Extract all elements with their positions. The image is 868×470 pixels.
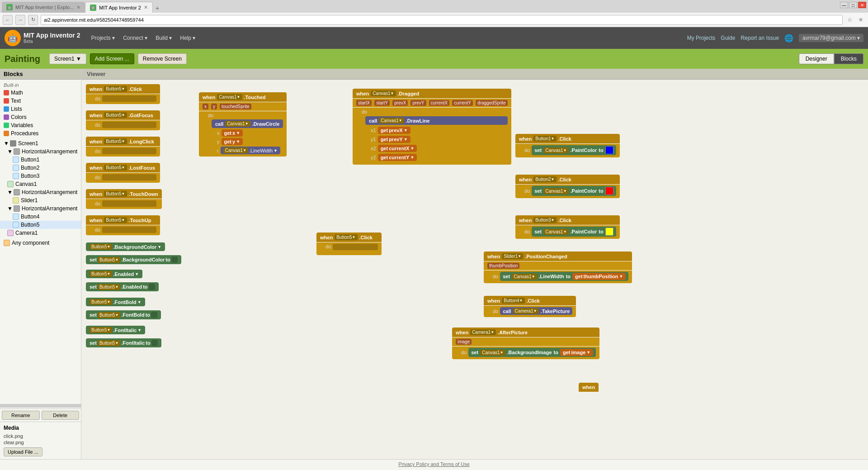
harr1-toggle[interactable]: ▼	[7, 148, 12, 155]
sidebar-item-math[interactable]: Math	[0, 89, 81, 97]
report-issue-link[interactable]: Report an Issue	[741, 35, 779, 41]
btn5-fontbold-comp[interactable]: Button5	[90, 299, 112, 305]
btn5-fontbold-setter-comp[interactable]: Button5	[98, 312, 120, 318]
sidebar-item-variables[interactable]: Variables	[0, 121, 81, 129]
tree-button4[interactable]: Button4	[0, 213, 81, 221]
new-tab-button[interactable]: +	[153, 4, 162, 13]
tree-button5[interactable]: Button5	[0, 221, 81, 229]
menu-connect[interactable]: Connect ▾	[119, 33, 151, 43]
camera1-afterpic-comp[interactable]: Camera1	[470, 329, 496, 335]
url-input[interactable]	[41, 15, 843, 25]
btn5-enabled-comp[interactable]: Button5	[90, 271, 112, 277]
maximize-button[interactable]: □	[849, 2, 857, 8]
sidebar-item-lists[interactable]: Lists	[0, 105, 81, 113]
user-menu[interactable]: avrmar79@gmail.com ▾	[799, 34, 863, 42]
canvas1-bgimage-comp[interactable]: Canvas1	[480, 350, 505, 356]
reload-button[interactable]: ↻	[28, 15, 38, 25]
menu-projects[interactable]: Projects ▾	[87, 33, 118, 43]
tree-harr1[interactable]: ▼ HorizontalArrangement	[0, 147, 81, 156]
menu-icon[interactable]: ≡	[856, 15, 865, 24]
my-projects-link[interactable]: My Projects	[687, 35, 716, 41]
sidebar-item-procedures[interactable]: Procedures	[0, 129, 81, 138]
canvas1-btn1-comp[interactable]: Canvas1	[543, 147, 568, 153]
guide-link[interactable]: Guide	[721, 35, 735, 41]
close-button[interactable]: ✕	[858, 2, 866, 8]
btn5-bgcolor-setter-comp[interactable]: Button5	[98, 257, 120, 263]
tree-screen1[interactable]: ▼ Screen1	[0, 139, 81, 147]
canvas1-drawline-comp[interactable]: Canvas1	[379, 118, 404, 123]
camera1-comp[interactable]: Camera1	[513, 308, 539, 314]
btn5-fontitalic-getter[interactable]: Button5 .FontItalic ▼	[86, 326, 145, 334]
canvas1-linewidth-setter-comp[interactable]: Canvas1	[512, 274, 537, 280]
btn5-comp-ref-2[interactable]: Button5	[104, 112, 127, 118]
canvas1-btn3-comp[interactable]: Canvas1	[543, 229, 568, 235]
tree-camera1[interactable]: Camera1	[0, 229, 81, 237]
btn5-enabled-getter[interactable]: Button5 .Enabled ▼	[86, 270, 142, 278]
btn5-comp-ref-1[interactable]: Button5	[104, 86, 127, 92]
menu-build[interactable]: Build ▾	[152, 33, 175, 43]
button4-comp[interactable]: Button4	[502, 298, 524, 304]
btn5-fontitalic-setter-comp[interactable]: Button5	[98, 340, 120, 346]
upload-file-button[interactable]: Upload File ...	[4, 447, 42, 456]
tab-1-close[interactable]: ✕	[76, 5, 80, 10]
btn5-comp-ref-5[interactable]: Button5	[104, 191, 127, 197]
startx-param: startX	[356, 100, 372, 106]
btn5-bgcolor-getter[interactable]: Button5 .BackgroundColor ▼	[86, 242, 165, 251]
viewer-canvas[interactable]: when Button5 .Click do when Button5 .Got…	[81, 80, 868, 459]
star-icon[interactable]: ☆	[845, 15, 854, 24]
tree-canvas1[interactable]: Canvas1	[0, 180, 81, 188]
screen-selector[interactable]: Screen1 ▼	[49, 53, 86, 64]
add-screen-button[interactable]: Add Screen ...	[90, 53, 134, 64]
tree-button2[interactable]: Button2	[0, 164, 81, 172]
sidebar-item-text[interactable]: Text	[0, 97, 81, 105]
btn5-enabled-setter[interactable]: set Button5 .Enabled to	[86, 282, 159, 291]
btn5-fontitalic-setter[interactable]: set Button5 .FontItalic to	[86, 338, 161, 347]
tree-harr3[interactable]: ▼ HorizontalArrangement	[0, 204, 81, 213]
btn5-comp-ref-3[interactable]: Button5	[104, 138, 127, 144]
sidebar-item-colors[interactable]: Colors	[0, 113, 81, 121]
harr2-toggle[interactable]: ▼	[7, 189, 12, 195]
btn5-fontbold-getter[interactable]: Button5 .FontBold ▼	[86, 298, 145, 306]
forward-button[interactable]: →	[15, 15, 25, 25]
language-icon[interactable]: 🌐	[784, 34, 793, 43]
canvas1-btn2-comp[interactable]: Canvas1	[543, 188, 568, 194]
blocks-button[interactable]: Blocks	[834, 53, 863, 64]
footer-text[interactable]: Privacy Policy and Terms of Use	[398, 461, 470, 467]
tree-button1[interactable]: Button1	[0, 156, 81, 164]
designer-button[interactable]: Designer	[799, 53, 834, 64]
tree-button3[interactable]: Button3	[0, 172, 81, 180]
remove-screen-button[interactable]: Remove Screen	[138, 53, 187, 64]
btn5-fontitalic-comp[interactable]: Button5	[90, 327, 112, 333]
slider1-comp[interactable]: Slider1	[502, 253, 523, 259]
screen1-toggle[interactable]: ▼	[4, 140, 8, 147]
delete-button[interactable]: Delete	[42, 411, 80, 420]
harr3-toggle[interactable]: ▼	[7, 205, 12, 212]
btn5-enabled-setter-comp[interactable]: Button5	[98, 284, 120, 290]
do-btn1: do	[524, 147, 530, 153]
button2-comp[interactable]: Button2	[533, 176, 556, 182]
btn5-comp-ref-4[interactable]: Button5	[104, 165, 127, 171]
btn5-bgcolor-comp[interactable]: Button5	[90, 244, 112, 250]
btn5-bgcolor-setter[interactable]: set Button5 .BackgroundColor to	[86, 255, 181, 264]
canvas1-comp-call-1[interactable]: Canvas1	[225, 121, 250, 127]
minimize-button[interactable]: —	[840, 2, 848, 8]
btn5-comp-ref-6[interactable]: Button5	[104, 217, 127, 223]
button5-comp-float[interactable]: Button5	[335, 234, 357, 240]
btn2-label: Button2	[21, 165, 39, 171]
btn5-fontbold-setter[interactable]: set Button5 .FontBold to	[86, 310, 161, 319]
tree-slider1[interactable]: Slider1	[0, 196, 81, 204]
button1-comp[interactable]: Button1	[533, 136, 556, 142]
rename-button[interactable]: Rename	[2, 411, 40, 420]
tab-2-close[interactable]: ✕	[144, 5, 148, 10]
canvas1-comp-dragged[interactable]: Canvas1	[371, 90, 396, 96]
main-layout: Blocks Built-in Math Text Lists Colors	[0, 69, 868, 459]
tree-any-component[interactable]: Any component	[0, 239, 81, 247]
button3-comp[interactable]: Button3	[533, 217, 556, 223]
canvas1-comp-1[interactable]: Canvas1	[217, 94, 242, 100]
tab-2[interactable]: 🤖 MIT App Inventor 2 ✕	[85, 2, 153, 13]
canvas1-linewidth-comp[interactable]: Canvas1	[223, 147, 248, 153]
tab-1[interactable]: 🤖 MIT App Inventor | Explo... ✕	[2, 2, 85, 13]
tree-harr2[interactable]: ▼ HorizontalArrangement	[0, 188, 81, 196]
back-button[interactable]: ←	[3, 15, 13, 25]
menu-help[interactable]: Help ▾	[176, 33, 199, 43]
